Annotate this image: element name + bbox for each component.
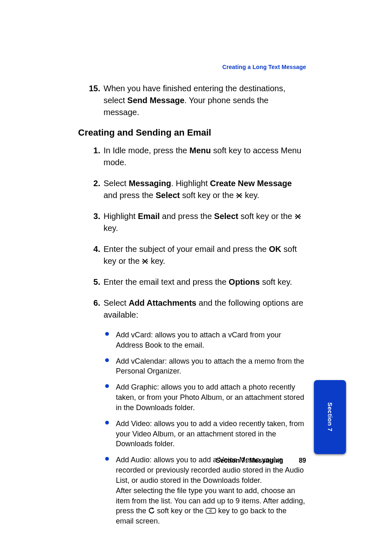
x-key-icon [295, 213, 301, 220]
text: soft key or the [155, 507, 205, 515]
bullet-item: Add Graphic: allows you to add attach a … [105, 382, 306, 413]
bullet-marker [105, 419, 116, 449]
text-bold: Email [138, 212, 159, 221]
back-key-icon [148, 507, 155, 514]
clear-key-icon: C [205, 507, 216, 514]
page-footer: Section 7: Messaging 89 [78, 457, 306, 464]
text: Select [104, 179, 129, 188]
bullets-list: Add vCard: allows you to attach a vCard … [105, 330, 306, 526]
bullet-item: Add Video: allows you to add a video rec… [105, 419, 306, 449]
text: In Idle mode, press the [104, 146, 189, 155]
step-item: 3.Highlight Email and press the Select s… [78, 210, 306, 234]
step-number: 5. [78, 276, 104, 288]
dot-icon [105, 384, 109, 388]
bullet-item: Add vCalendar: allows you to attach the … [105, 356, 306, 377]
footer-section-label: Section 7: Messaging [216, 457, 284, 464]
svg-point-2 [237, 195, 238, 196]
step-item: 5.Enter the email text and press the Opt… [78, 276, 306, 288]
step-body: When you have finished entering the dest… [104, 83, 306, 118]
bullet-marker [105, 356, 116, 377]
svg-point-7 [300, 216, 301, 217]
text: . Highlight [171, 179, 210, 188]
step-body: Select Messaging. Highlight Create New M… [104, 178, 306, 201]
x-key-icon [142, 258, 148, 265]
text: Enter the email text and press the [104, 277, 229, 286]
dot-icon [105, 332, 109, 336]
bullet-text: Add vCalendar: allows you to attach the … [116, 356, 306, 377]
text-bold: Select [156, 191, 180, 200]
bullet-text: Add vCard: allows you to attach a vCard … [116, 330, 306, 351]
section-tab-label: Section 7 [327, 402, 334, 431]
text-bold: Create New Message [210, 179, 292, 188]
text: soft key or the [180, 191, 236, 200]
bullet-marker [105, 455, 116, 526]
text: and press the [104, 191, 156, 200]
step-body: In Idle mode, press the Menu soft key to… [104, 145, 306, 168]
bullet-marker [105, 382, 116, 413]
footer-page-number: 89 [299, 457, 306, 464]
svg-point-3 [241, 195, 242, 196]
step-number: 4. [78, 243, 104, 267]
step-number: 15. [78, 83, 104, 118]
step-body: Select Add Attachments and the following… [104, 297, 306, 321]
running-head: Creating a Long Text Message [78, 64, 306, 70]
step-number: 6. [78, 297, 104, 321]
text: soft key or the [238, 212, 295, 221]
text-bold: Select [214, 212, 238, 221]
dot-icon [105, 358, 109, 362]
steps-list: 1.In Idle mode, press the Menu soft key … [78, 145, 306, 321]
step-item: 2.Select Messaging. Highlight Create New… [78, 178, 306, 201]
text: soft key. [260, 277, 292, 286]
bullet-marker [105, 330, 116, 351]
step-item: 4.Enter the subject of your email and pr… [78, 243, 306, 267]
text: Highlight [104, 212, 138, 221]
svg-point-6 [295, 216, 296, 217]
bullet-text: Add Video: allows you to add a video rec… [116, 419, 306, 449]
text: and press the [160, 212, 214, 221]
text-bold: Send Message [127, 96, 184, 105]
text-bold: Add Attachments [129, 298, 196, 307]
x-key-icon [236, 192, 242, 199]
text-bold: Menu [189, 146, 211, 155]
step-number: 2. [78, 178, 104, 201]
svg-point-10 [142, 261, 143, 262]
text-bold: OK [269, 244, 281, 254]
step-15: 15. When you have finished entering the … [78, 83, 306, 118]
text: Enter the subject of your email and pres… [104, 244, 269, 254]
step-body: Highlight Email and press the Select sof… [104, 210, 306, 234]
text-bold: Options [229, 277, 260, 286]
bullet-text: Add Graphic: allows you to add attach a … [116, 382, 306, 413]
text: key. [104, 224, 118, 233]
section-heading: Creating and Sending an Email [78, 127, 306, 138]
dot-icon [105, 421, 109, 424]
text: key. [148, 256, 165, 265]
text: Select [104, 298, 129, 307]
step-body: Enter the subject of your email and pres… [104, 243, 306, 267]
bullet-text: Add Audio: allows you to add a Voice Mem… [116, 455, 306, 526]
svg-text:C: C [210, 509, 212, 513]
step-number: 1. [78, 145, 104, 168]
text-bold: Messaging [129, 179, 171, 188]
bullet-item: Add Audio: allows you to add a Voice Mem… [105, 455, 306, 526]
bullet-item: Add vCard: allows you to attach a vCard … [105, 330, 306, 351]
svg-point-11 [147, 261, 148, 262]
section-tab: Section 7 [314, 380, 346, 454]
step-item: 1.In Idle mode, press the Menu soft key … [78, 145, 306, 168]
text: key. [242, 191, 259, 200]
step-number: 3. [78, 210, 104, 234]
step-item: 6.Select Add Attachments and the followi… [78, 297, 306, 321]
step-body: Enter the email text and press the Optio… [104, 276, 306, 288]
